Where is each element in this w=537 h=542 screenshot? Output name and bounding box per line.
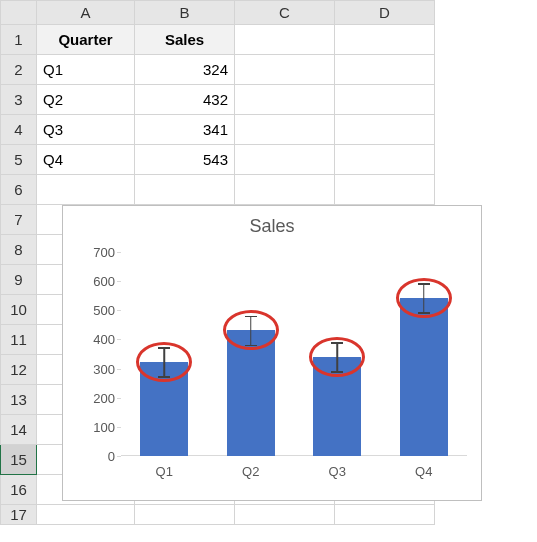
x-category-label: Q4 — [394, 464, 454, 479]
y-tick-label: 200 — [75, 390, 115, 405]
col-header-D[interactable]: D — [335, 1, 435, 25]
cell-D3[interactable] — [335, 85, 435, 115]
row-header-2[interactable]: 2 — [1, 55, 37, 85]
x-category-label: Q3 — [307, 464, 367, 479]
y-tick — [117, 456, 121, 457]
cell-B1[interactable]: Sales — [135, 25, 235, 55]
y-tick-label: 600 — [75, 274, 115, 289]
y-tick-label: 300 — [75, 361, 115, 376]
row-header-4[interactable]: 4 — [1, 115, 37, 145]
row-header-8[interactable]: 8 — [1, 235, 37, 265]
cell-D17[interactable] — [335, 505, 435, 525]
cell-C4[interactable] — [235, 115, 335, 145]
cell-A5[interactable]: Q4 — [37, 145, 135, 175]
row-header-6[interactable]: 6 — [1, 175, 37, 205]
embedded-chart[interactable]: Sales 0100200300400500600700Q1Q2Q3Q4 — [62, 205, 482, 501]
x-category-label: Q1 — [134, 464, 194, 479]
col-header-C[interactable]: C — [235, 1, 335, 25]
cell-B6[interactable] — [135, 175, 235, 205]
cell-D1[interactable] — [335, 25, 435, 55]
row-header-16[interactable]: 16 — [1, 475, 37, 505]
y-tick — [117, 339, 121, 340]
row-header-15[interactable]: 15 — [1, 445, 37, 475]
cell-B3[interactable]: 432 — [135, 85, 235, 115]
cell-A1[interactable]: Quarter — [37, 25, 135, 55]
annotation-ellipse — [309, 337, 365, 377]
row-header-14[interactable]: 14 — [1, 415, 37, 445]
cell-B4[interactable]: 341 — [135, 115, 235, 145]
cell-C5[interactable] — [235, 145, 335, 175]
cell-A2[interactable]: Q1 — [37, 55, 135, 85]
chart-bar[interactable] — [400, 298, 448, 456]
y-tick-label: 400 — [75, 332, 115, 347]
row-header-12[interactable]: 12 — [1, 355, 37, 385]
chart-title[interactable]: Sales — [63, 216, 481, 237]
annotation-ellipse — [223, 310, 279, 350]
cell-A3[interactable]: Q2 — [37, 85, 135, 115]
cell-A17[interactable] — [37, 505, 135, 525]
cell-A6[interactable] — [37, 175, 135, 205]
y-tick-label: 500 — [75, 303, 115, 318]
y-tick-label: 100 — [75, 419, 115, 434]
cell-C6[interactable] — [235, 175, 335, 205]
annotation-ellipse — [396, 278, 452, 318]
cell-D5[interactable] — [335, 145, 435, 175]
cell-C1[interactable] — [235, 25, 335, 55]
row-header-9[interactable]: 9 — [1, 265, 37, 295]
cell-D4[interactable] — [335, 115, 435, 145]
row-header-11[interactable]: 11 — [1, 325, 37, 355]
y-tick-label: 700 — [75, 245, 115, 260]
row-header-17[interactable]: 17 — [1, 505, 37, 525]
cell-C17[interactable] — [235, 505, 335, 525]
y-tick — [117, 281, 121, 282]
col-header-A[interactable]: A — [37, 1, 135, 25]
row-header-3[interactable]: 3 — [1, 85, 37, 115]
y-tick — [117, 427, 121, 428]
cell-C3[interactable] — [235, 85, 335, 115]
y-tick — [117, 310, 121, 311]
row-header-13[interactable]: 13 — [1, 385, 37, 415]
cell-B5[interactable]: 543 — [135, 145, 235, 175]
row-header-10[interactable]: 10 — [1, 295, 37, 325]
row-header-1[interactable]: 1 — [1, 25, 37, 55]
y-tick — [117, 252, 121, 253]
x-category-label: Q2 — [221, 464, 281, 479]
select-all-corner[interactable] — [1, 1, 37, 25]
cell-D2[interactable] — [335, 55, 435, 85]
cell-B2[interactable]: 324 — [135, 55, 235, 85]
col-header-B[interactable]: B — [135, 1, 235, 25]
y-tick-label: 0 — [75, 449, 115, 464]
chart-plot-area[interactable]: 0100200300400500600700Q1Q2Q3Q4 — [121, 252, 467, 456]
row-header-7[interactable]: 7 — [1, 205, 37, 235]
y-tick — [117, 369, 121, 370]
cell-C2[interactable] — [235, 55, 335, 85]
cell-D6[interactable] — [335, 175, 435, 205]
cell-A4[interactable]: Q3 — [37, 115, 135, 145]
annotation-ellipse — [136, 342, 192, 382]
cell-B17[interactable] — [135, 505, 235, 525]
y-tick — [117, 398, 121, 399]
row-header-5[interactable]: 5 — [1, 145, 37, 175]
